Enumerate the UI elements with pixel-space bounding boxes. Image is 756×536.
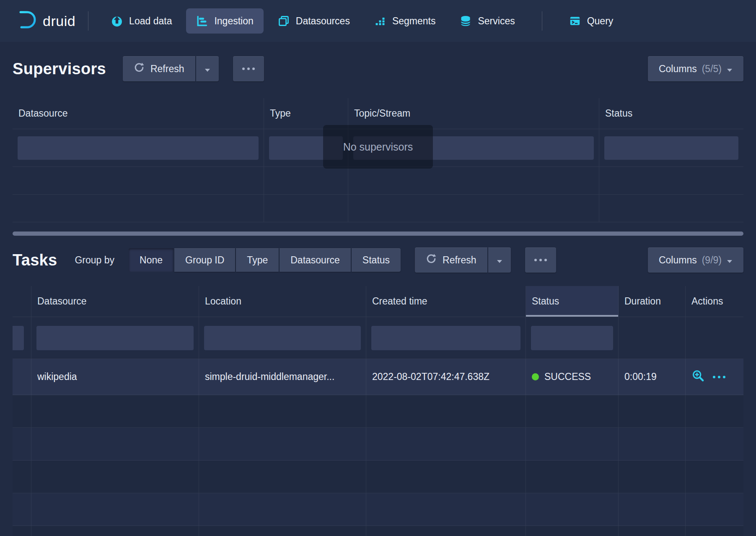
- supervisors-refresh-dropdown-button[interactable]: [196, 56, 219, 81]
- group-by-label: Group by: [75, 255, 114, 266]
- clipped-filter-input[interactable]: [13, 326, 24, 350]
- supervisors-columns-button[interactable]: Columns (5/5): [648, 56, 743, 81]
- group-by-type-button[interactable]: Type: [236, 248, 279, 272]
- task-datasource: wikipedia: [37, 371, 77, 382]
- supervisors-refresh-button[interactable]: Refresh: [123, 56, 195, 81]
- nav-item-label: Services: [478, 16, 515, 27]
- column-header-duration[interactable]: Duration: [619, 286, 686, 317]
- columns-count: (9/9): [702, 255, 722, 266]
- column-header-expander: [13, 286, 31, 317]
- status-filter-input[interactable]: [531, 326, 613, 350]
- table-row: [13, 195, 743, 222]
- tasks-filter-row: [13, 317, 743, 359]
- supervisors-filter-row: [13, 129, 743, 167]
- nav-item-ingestion[interactable]: Ingestion: [186, 8, 263, 34]
- table-row: [13, 526, 743, 536]
- column-header-type[interactable]: Type: [264, 98, 348, 129]
- nav-item-label: Load data: [129, 16, 172, 27]
- column-header-topic-stream[interactable]: Topic/Stream: [348, 98, 599, 129]
- tasks-refresh-dropdown-button[interactable]: [488, 247, 511, 273]
- chevron-down-icon: [497, 255, 502, 266]
- column-header-datasource[interactable]: Datasource: [13, 98, 264, 129]
- supervisors-table: Datasource Type Topic/Stream Status No s…: [13, 98, 743, 222]
- group-by-none-button[interactable]: None: [129, 248, 173, 272]
- nav-item-services[interactable]: Services: [450, 8, 525, 34]
- group-by-datasource-button[interactable]: Datasource: [280, 248, 351, 272]
- logo-text: druid: [43, 13, 75, 29]
- tasks-header-row: Datasource Location Created time Status …: [13, 286, 743, 317]
- tasks-refresh-group: Refresh: [415, 247, 511, 273]
- column-header-datasource[interactable]: Datasource: [31, 286, 199, 317]
- nav-item-datasources[interactable]: Datasources: [268, 8, 360, 34]
- datasource-filter-input[interactable]: [18, 136, 259, 160]
- horizontal-scrollbar[interactable]: [13, 232, 743, 236]
- chevron-down-icon: [727, 63, 733, 75]
- refresh-label: Refresh: [443, 255, 476, 266]
- column-header-status[interactable]: Status: [599, 98, 743, 129]
- refresh-label: Refresh: [150, 63, 184, 75]
- tasks-refresh-button[interactable]: Refresh: [415, 247, 487, 273]
- druid-logo-icon: [15, 10, 37, 32]
- row-actions-icon[interactable]: [713, 376, 725, 378]
- group-by-group-id-button[interactable]: Group ID: [174, 248, 235, 272]
- location-filter-input[interactable]: [204, 326, 361, 350]
- group-by-status-button[interactable]: Status: [352, 248, 401, 272]
- upload-icon: [111, 15, 123, 27]
- status-filter-input[interactable]: [604, 136, 738, 160]
- table-row[interactable]: wikipedia simple-druid-middlemanager... …: [13, 359, 743, 395]
- supervisors-header-row: Datasource Type Topic/Stream Status: [13, 98, 743, 129]
- bar-chart-icon: [374, 15, 386, 27]
- table-row: [13, 428, 743, 461]
- tasks-controls: Tasks Group by None Group ID Type Dataso…: [13, 247, 743, 273]
- supervisors-refresh-group: Refresh: [123, 56, 219, 81]
- magnifier-plus-icon[interactable]: [691, 369, 704, 385]
- tasks-table: Datasource Location Created time Status …: [13, 286, 743, 536]
- task-location: simple-druid-middlemanager...: [205, 371, 334, 382]
- supervisors-more-button[interactable]: [233, 56, 264, 81]
- column-header-created-time[interactable]: Created time: [366, 286, 526, 317]
- more-icon: [242, 68, 255, 70]
- chevron-down-icon: [205, 63, 210, 75]
- columns-label: Columns: [659, 63, 697, 75]
- navbar: druid Load data Ingestion: [0, 0, 756, 42]
- nav-divider: [88, 11, 88, 31]
- status-dot: [532, 373, 539, 380]
- console-icon: [569, 15, 581, 27]
- refresh-icon: [426, 253, 437, 267]
- nav-item-query[interactable]: Query: [559, 8, 624, 34]
- column-header-status[interactable]: Status: [526, 286, 619, 317]
- layers-icon: [278, 15, 290, 27]
- nav-item-segments[interactable]: Segments: [364, 8, 446, 34]
- task-duration: 0:00:19: [624, 371, 657, 382]
- tasks-columns-button[interactable]: Columns (9/9): [648, 247, 743, 273]
- nav-item-load-data[interactable]: Load data: [101, 8, 182, 34]
- gantt-chart-icon: [196, 15, 208, 27]
- refresh-icon: [134, 62, 145, 75]
- table-row: [13, 167, 743, 195]
- table-row: [13, 461, 743, 493]
- group-by-segmented-control: None Group ID Type Datasource Status: [129, 248, 401, 272]
- tasks-section: Tasks Group by None Group ID Type Dataso…: [0, 247, 756, 536]
- column-header-actions[interactable]: Actions: [686, 286, 743, 317]
- tasks-more-button[interactable]: [525, 247, 556, 273]
- nav-item-label: Datasources: [296, 16, 350, 27]
- nav-item-label: Query: [587, 16, 614, 27]
- tasks-title: Tasks: [13, 251, 57, 269]
- druid-logo[interactable]: druid: [15, 10, 75, 32]
- table-row: [13, 395, 743, 428]
- supervisors-title: Supervisors: [13, 60, 106, 78]
- created-time-filter-input[interactable]: [371, 326, 520, 350]
- columns-label: Columns: [659, 255, 697, 266]
- database-icon: [460, 15, 471, 27]
- column-header-location[interactable]: Location: [199, 286, 366, 317]
- supervisors-controls: Supervisors Refresh Columns: [13, 54, 743, 84]
- task-created-time: 2022-08-02T07:42:47.638Z: [372, 371, 489, 382]
- topic-stream-filter-input[interactable]: [353, 136, 594, 160]
- chevron-down-icon: [727, 255, 733, 266]
- type-filter-input[interactable]: [269, 136, 343, 160]
- datasource-filter-input[interactable]: [36, 326, 194, 350]
- nav-divider: [542, 11, 542, 31]
- nav-item-label: Segments: [392, 16, 436, 27]
- columns-count: (5/5): [702, 63, 722, 75]
- supervisors-section: Supervisors Refresh Columns: [0, 54, 756, 236]
